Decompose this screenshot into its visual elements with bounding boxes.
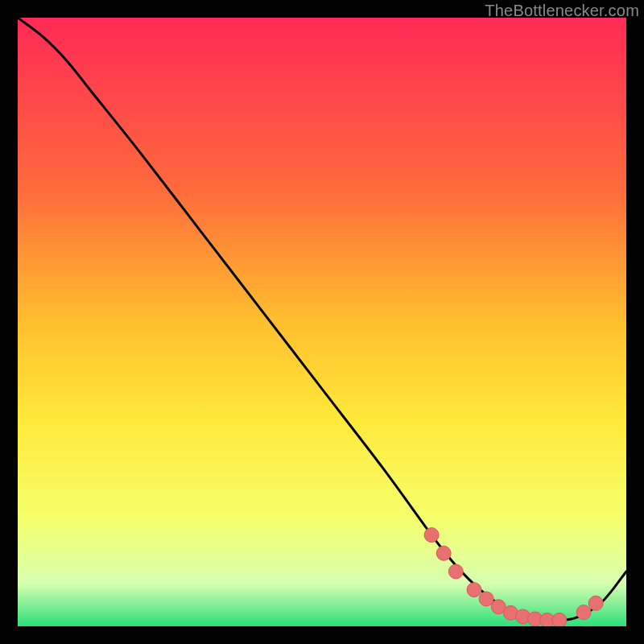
chart-frame: TheBottlenecker.com bbox=[0, 0, 644, 644]
highlight-dot bbox=[448, 564, 463, 579]
plot-area bbox=[18, 18, 626, 626]
highlight-dot bbox=[467, 583, 481, 597]
gradient-background bbox=[18, 18, 626, 626]
highlight-dot bbox=[588, 596, 603, 610]
chart-svg bbox=[18, 18, 626, 626]
highlight-dot bbox=[576, 605, 591, 620]
highlight-dot bbox=[424, 528, 439, 543]
highlight-dot bbox=[552, 613, 567, 626]
highlight-dot bbox=[436, 546, 451, 560]
